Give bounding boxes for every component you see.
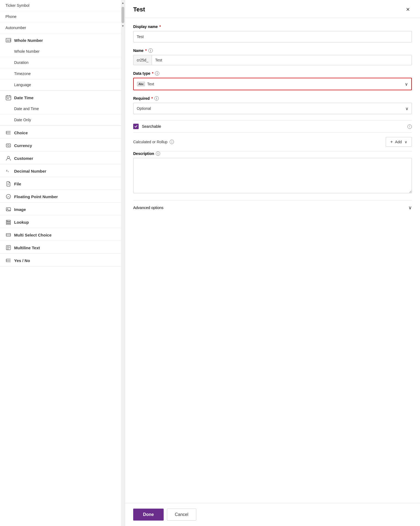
multiline-group: Abc def Multiline Text (0, 241, 125, 254)
timezone-item[interactable]: Timezone (0, 68, 125, 79)
duration-item-label: Duration (14, 60, 29, 65)
decimal-icon: X 2 (5, 168, 11, 174)
currency-category-label: Currency (14, 143, 32, 148)
scrollbar[interactable]: ▲ ▼ (121, 0, 125, 526)
phone-label: Phone (5, 14, 16, 19)
whole-number-category-label: Whole Number (14, 38, 43, 43)
svg-text:2: 2 (8, 170, 9, 173)
advanced-options-row[interactable]: Advanced options ∨ (133, 200, 412, 215)
phone-item[interactable]: Phone (0, 11, 125, 22)
yesno-icon (5, 257, 11, 263)
required-select[interactable]: Optional (133, 103, 412, 114)
multi-choice-header[interactable]: Multi Select Choice (0, 228, 125, 241)
duration-item[interactable]: Duration (0, 57, 125, 68)
panel-footer: Done Cancel (125, 503, 420, 526)
date-only-label: Date Only (14, 118, 31, 122)
image-header[interactable]: Image (0, 203, 125, 215)
multiline-icon: Abc def (5, 245, 11, 251)
description-group: Description i (133, 151, 412, 194)
searchable-row: Searchable i (133, 120, 412, 133)
close-button[interactable]: ✕ (404, 5, 412, 14)
ticker-symbol-item[interactable]: Ticker Symbol (0, 0, 125, 11)
calendar-icon (5, 95, 11, 101)
svg-point-6 (7, 98, 8, 99)
advanced-options-label: Advanced options (133, 206, 163, 210)
data-type-select-wrapper: Abc Text ∨ (133, 78, 412, 90)
required-select-wrapper: Optional ∨ (133, 103, 412, 114)
lookup-icon (5, 219, 11, 225)
calc-rollup-info-icon[interactable]: i (170, 140, 174, 144)
date-only-item[interactable]: Date Only (0, 114, 125, 126)
language-item-label: Language (14, 83, 31, 87)
svg-point-7 (8, 98, 9, 99)
float-header[interactable]: Floating Point Number (0, 190, 125, 202)
svg-rect-25 (6, 222, 11, 223)
date-time-group: Date Time Date and Time Date Only (0, 91, 125, 126)
date-time-header[interactable]: Date Time (0, 91, 125, 103)
svg-text:X: X (6, 169, 8, 172)
name-label: Name * i (133, 48, 412, 53)
scroll-thumb[interactable] (122, 7, 124, 23)
svg-point-23 (7, 208, 8, 209)
cancel-button[interactable]: Cancel (167, 509, 196, 521)
autonumber-label: Autonumber (5, 26, 26, 30)
lookup-header[interactable]: Lookup (0, 215, 125, 228)
whole-number-header[interactable]: 123 Whole Number (0, 33, 125, 46)
image-category-label: Image (14, 207, 26, 212)
choice-category-label: Choice (14, 130, 28, 135)
svg-text:123: 123 (7, 39, 11, 42)
name-group: Name * i cr25d_ (133, 48, 412, 65)
done-button[interactable]: Done (133, 509, 164, 521)
data-type-label: Data type * i (133, 71, 412, 76)
data-type-group: Data type * i Abc Text ∨ (133, 71, 412, 90)
required-group: Required * i Optional ∨ (133, 96, 412, 114)
date-time-category-label: Date Time (14, 95, 33, 100)
file-header[interactable]: File (0, 177, 125, 189)
choice-group: Choice (0, 126, 125, 139)
yesno-category-label: Yes / No (14, 258, 30, 263)
float-icon (5, 194, 11, 200)
data-type-info-icon[interactable]: i (155, 71, 159, 76)
multi-choice-group: Multi Select Choice (0, 228, 125, 241)
add-button[interactable]: + Add ∨ (386, 137, 412, 147)
choice-header[interactable]: Choice (0, 126, 125, 138)
name-required-star: * (145, 48, 147, 53)
required-required-star: * (151, 96, 153, 101)
autonumber-item[interactable]: Autonumber (0, 22, 125, 33)
description-label: Description i (133, 151, 412, 156)
yesno-header[interactable]: Yes / No (0, 254, 125, 266)
float-group: Floating Point Number (0, 190, 125, 203)
language-item[interactable]: Language (0, 79, 125, 91)
display-name-input[interactable] (133, 31, 412, 42)
data-type-value: Text (147, 82, 154, 86)
whole-number-item[interactable]: Whole Number (0, 46, 125, 57)
scroll-down-arrow[interactable]: ▼ (121, 23, 125, 29)
right-panel: Test ✕ Display name * Name * i cr25d_ (125, 0, 420, 526)
description-textarea[interactable] (133, 158, 412, 193)
name-info-icon[interactable]: i (148, 48, 153, 53)
decimal-group: X 2 Decimal Number (0, 164, 125, 177)
customer-header[interactable]: Customer (0, 151, 125, 164)
required-info-icon[interactable]: i (154, 96, 159, 101)
scroll-up-arrow[interactable]: ▲ (121, 0, 125, 5)
currency-header[interactable]: Currency (0, 139, 125, 151)
multiline-header[interactable]: Abc def Multiline Text (0, 241, 125, 253)
name-suffix-input[interactable] (152, 55, 412, 65)
searchable-info-icon[interactable]: i (407, 125, 412, 129)
svg-point-13 (8, 145, 9, 146)
svg-text:def: def (7, 248, 9, 250)
required-label: Required * i (133, 96, 412, 101)
data-type-select[interactable]: Abc Text (134, 78, 411, 90)
description-info-icon[interactable]: i (156, 151, 160, 156)
lookup-group: Lookup (0, 215, 125, 228)
searchable-checkbox[interactable] (133, 124, 139, 129)
float-category-label: Floating Point Number (14, 194, 58, 199)
searchable-label: Searchable (142, 124, 161, 129)
data-type-required-star: * (152, 71, 153, 76)
display-name-group: Display name * (133, 24, 412, 42)
currency-icon (5, 142, 11, 148)
yesno-group: Yes / No (0, 254, 125, 266)
decimal-header[interactable]: X 2 Decimal Number (0, 164, 125, 177)
date-and-time-item[interactable]: Date and Time (0, 103, 125, 114)
calc-rollup-label: Calculated or Rollup i (133, 140, 174, 144)
